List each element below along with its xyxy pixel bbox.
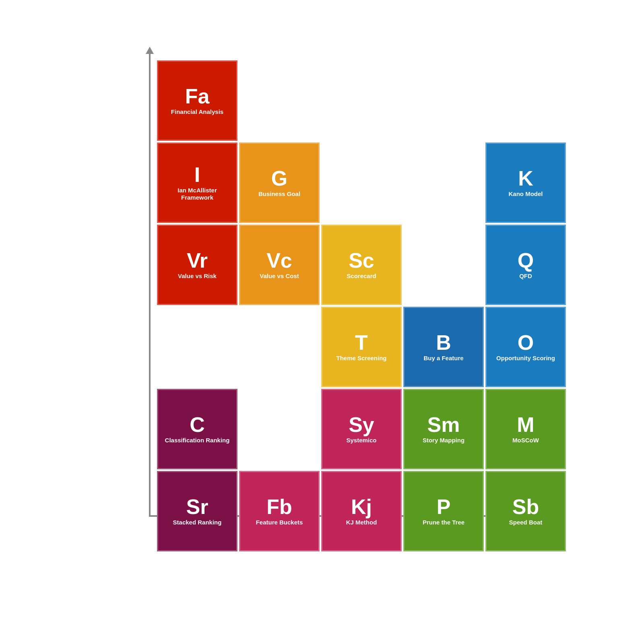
cell-o-name: Opportunity Scoring	[496, 355, 555, 362]
cell-o: OOpportunity Scoring	[485, 307, 566, 387]
cell-sr-abbr: Sr	[186, 496, 208, 517]
cell-c: CClassification Ranking	[157, 389, 237, 469]
cell-p-abbr: P	[437, 496, 451, 517]
cell-sm: SmStory Mapping	[403, 389, 484, 469]
cell-sy-name: Systemico	[346, 437, 376, 444]
cell-q-abbr: Q	[518, 250, 534, 271]
cell-i-name: Ian McAllister Framework	[161, 187, 233, 201]
cell-vr-name: Value vs Risk	[178, 272, 217, 280]
cell-p: PPrune the Tree	[403, 471, 484, 551]
cell-fa-abbr: Fa	[185, 86, 210, 107]
cell-t: TTheme Screening	[321, 307, 402, 387]
cell-m: MMoSCoW	[485, 389, 566, 469]
cell-b-abbr: B	[436, 332, 451, 353]
cell-t-name: Theme Screening	[336, 355, 386, 362]
cell-m-name: MoSCoW	[512, 437, 539, 444]
cell-k-name: Kano Model	[509, 190, 543, 198]
cell-sr-name: Stacked Ranking	[173, 519, 222, 526]
cell-t-abbr: T	[355, 332, 368, 353]
cell-sr: SrStacked Ranking	[157, 471, 237, 551]
cell-fb: FbFeature Buckets	[239, 471, 320, 551]
cell-q: QQFD	[485, 225, 566, 305]
cell-sy-abbr: Sy	[349, 414, 374, 435]
cell-g-name: Business Goal	[258, 190, 300, 198]
cell-c-abbr: C	[190, 414, 205, 435]
cell-kj: KjKJ Method	[321, 471, 402, 551]
cell-fb-name: Feature Buckets	[256, 519, 303, 526]
cell-o-abbr: O	[518, 332, 534, 353]
cell-vc-abbr: Vc	[266, 250, 292, 271]
cell-sc-name: Scorecard	[347, 272, 376, 280]
cell-sb-name: Speed Boat	[509, 519, 543, 526]
cell-c-name: Classification Ranking	[165, 437, 230, 444]
cell-sy: SySystemico	[321, 389, 402, 469]
chart-container: FaFinancial AnalysisIIan McAllister Fram…	[101, 40, 543, 604]
cell-k-abbr: K	[518, 168, 533, 189]
cell-vc: VcValue vs Cost	[239, 225, 320, 305]
cell-q-name: QFD	[519, 272, 532, 280]
cell-p-name: Prune the Tree	[423, 519, 464, 526]
cell-i: IIan McAllister Framework	[157, 142, 237, 223]
cell-sc: ScScorecard	[321, 225, 402, 305]
cell-b: BBuy a Feature	[403, 307, 484, 387]
y-axis	[149, 52, 151, 515]
cell-m-abbr: M	[517, 414, 534, 435]
cell-kj-abbr: Kj	[351, 496, 372, 517]
cell-vc-name: Value vs Cost	[260, 272, 299, 280]
cell-b-name: Buy a Feature	[423, 355, 463, 362]
cell-kj-name: KJ Method	[346, 519, 377, 526]
cell-i-abbr: I	[194, 164, 200, 185]
cell-g-abbr: G	[271, 168, 287, 189]
cell-fa-name: Financial Analysis	[171, 108, 223, 116]
cell-sm-abbr: Sm	[427, 414, 460, 435]
cell-sb: SbSpeed Boat	[485, 471, 566, 551]
cell-vr: VrValue vs Risk	[157, 225, 237, 305]
cell-fb-abbr: Fb	[266, 496, 292, 517]
cell-sb-abbr: Sb	[512, 496, 539, 517]
cell-g: GBusiness Goal	[239, 142, 320, 223]
cell-fa: FaFinancial Analysis	[157, 60, 237, 141]
cell-k: KKano Model	[485, 142, 566, 223]
cell-sc-abbr: Sc	[349, 250, 374, 271]
cell-sm-name: Story Mapping	[423, 437, 464, 444]
cell-vr-abbr: Vr	[187, 250, 208, 271]
